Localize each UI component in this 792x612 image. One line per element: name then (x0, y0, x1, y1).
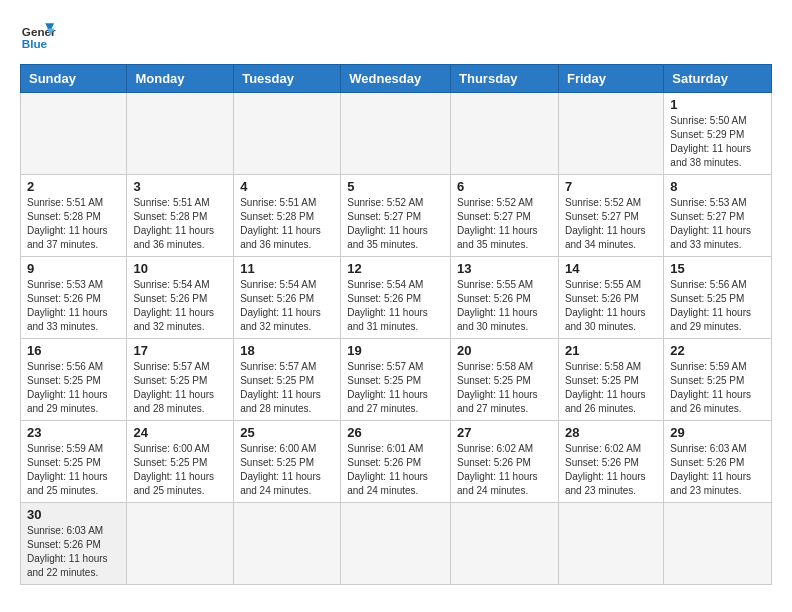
svg-text:Blue: Blue (22, 37, 48, 50)
day-number: 13 (457, 261, 552, 276)
day-number: 18 (240, 343, 334, 358)
day-info: Sunrise: 5:54 AMSunset: 5:26 PMDaylight:… (347, 278, 444, 334)
calendar-cell (451, 503, 559, 585)
calendar-cell: 12Sunrise: 5:54 AMSunset: 5:26 PMDayligh… (341, 257, 451, 339)
weekday-header-row: SundayMondayTuesdayWednesdayThursdayFrid… (21, 65, 772, 93)
calendar-cell: 11Sunrise: 5:54 AMSunset: 5:26 PMDayligh… (234, 257, 341, 339)
weekday-header-saturday: Saturday (664, 65, 772, 93)
calendar-cell: 26Sunrise: 6:01 AMSunset: 5:26 PMDayligh… (341, 421, 451, 503)
day-number: 7 (565, 179, 657, 194)
day-number: 3 (133, 179, 227, 194)
page-header: General Blue (20, 16, 772, 52)
calendar-cell: 20Sunrise: 5:58 AMSunset: 5:25 PMDayligh… (451, 339, 559, 421)
calendar-cell: 28Sunrise: 6:02 AMSunset: 5:26 PMDayligh… (558, 421, 663, 503)
day-number: 6 (457, 179, 552, 194)
day-number: 1 (670, 97, 765, 112)
weekday-header-wednesday: Wednesday (341, 65, 451, 93)
day-number: 27 (457, 425, 552, 440)
calendar-cell: 1Sunrise: 5:50 AMSunset: 5:29 PMDaylight… (664, 93, 772, 175)
calendar-cell: 25Sunrise: 6:00 AMSunset: 5:25 PMDayligh… (234, 421, 341, 503)
calendar-cell (234, 93, 341, 175)
day-number: 30 (27, 507, 120, 522)
calendar-cell: 18Sunrise: 5:57 AMSunset: 5:25 PMDayligh… (234, 339, 341, 421)
calendar-cell: 2Sunrise: 5:51 AMSunset: 5:28 PMDaylight… (21, 175, 127, 257)
calendar-cell (664, 503, 772, 585)
day-number: 2 (27, 179, 120, 194)
day-info: Sunrise: 5:50 AMSunset: 5:29 PMDaylight:… (670, 114, 765, 170)
calendar-cell: 10Sunrise: 5:54 AMSunset: 5:26 PMDayligh… (127, 257, 234, 339)
day-info: Sunrise: 5:57 AMSunset: 5:25 PMDaylight:… (133, 360, 227, 416)
week-row-3: 9Sunrise: 5:53 AMSunset: 5:26 PMDaylight… (21, 257, 772, 339)
calendar-cell: 13Sunrise: 5:55 AMSunset: 5:26 PMDayligh… (451, 257, 559, 339)
day-info: Sunrise: 5:51 AMSunset: 5:28 PMDaylight:… (240, 196, 334, 252)
day-info: Sunrise: 6:03 AMSunset: 5:26 PMDaylight:… (27, 524, 120, 580)
day-number: 26 (347, 425, 444, 440)
day-info: Sunrise: 5:51 AMSunset: 5:28 PMDaylight:… (133, 196, 227, 252)
weekday-header-friday: Friday (558, 65, 663, 93)
day-number: 17 (133, 343, 227, 358)
calendar-cell: 4Sunrise: 5:51 AMSunset: 5:28 PMDaylight… (234, 175, 341, 257)
day-info: Sunrise: 5:52 AMSunset: 5:27 PMDaylight:… (347, 196, 444, 252)
calendar-cell: 21Sunrise: 5:58 AMSunset: 5:25 PMDayligh… (558, 339, 663, 421)
day-info: Sunrise: 5:58 AMSunset: 5:25 PMDaylight:… (565, 360, 657, 416)
calendar-cell: 16Sunrise: 5:56 AMSunset: 5:25 PMDayligh… (21, 339, 127, 421)
day-info: Sunrise: 6:01 AMSunset: 5:26 PMDaylight:… (347, 442, 444, 498)
week-row-1: 1Sunrise: 5:50 AMSunset: 5:29 PMDaylight… (21, 93, 772, 175)
week-row-6: 30Sunrise: 6:03 AMSunset: 5:26 PMDayligh… (21, 503, 772, 585)
week-row-2: 2Sunrise: 5:51 AMSunset: 5:28 PMDaylight… (21, 175, 772, 257)
calendar-cell: 9Sunrise: 5:53 AMSunset: 5:26 PMDaylight… (21, 257, 127, 339)
calendar-cell: 6Sunrise: 5:52 AMSunset: 5:27 PMDaylight… (451, 175, 559, 257)
day-info: Sunrise: 5:59 AMSunset: 5:25 PMDaylight:… (670, 360, 765, 416)
weekday-header-tuesday: Tuesday (234, 65, 341, 93)
day-number: 23 (27, 425, 120, 440)
calendar-cell: 8Sunrise: 5:53 AMSunset: 5:27 PMDaylight… (664, 175, 772, 257)
day-info: Sunrise: 6:00 AMSunset: 5:25 PMDaylight:… (240, 442, 334, 498)
day-number: 14 (565, 261, 657, 276)
day-info: Sunrise: 5:57 AMSunset: 5:25 PMDaylight:… (347, 360, 444, 416)
day-info: Sunrise: 5:57 AMSunset: 5:25 PMDaylight:… (240, 360, 334, 416)
day-info: Sunrise: 6:03 AMSunset: 5:26 PMDaylight:… (670, 442, 765, 498)
day-number: 28 (565, 425, 657, 440)
calendar-cell: 19Sunrise: 5:57 AMSunset: 5:25 PMDayligh… (341, 339, 451, 421)
calendar-cell (341, 503, 451, 585)
day-info: Sunrise: 5:52 AMSunset: 5:27 PMDaylight:… (565, 196, 657, 252)
calendar-cell (341, 93, 451, 175)
day-number: 21 (565, 343, 657, 358)
day-info: Sunrise: 6:02 AMSunset: 5:26 PMDaylight:… (565, 442, 657, 498)
calendar-cell: 17Sunrise: 5:57 AMSunset: 5:25 PMDayligh… (127, 339, 234, 421)
calendar-cell (21, 93, 127, 175)
day-info: Sunrise: 5:53 AMSunset: 5:27 PMDaylight:… (670, 196, 765, 252)
day-info: Sunrise: 5:58 AMSunset: 5:25 PMDaylight:… (457, 360, 552, 416)
weekday-header-sunday: Sunday (21, 65, 127, 93)
day-info: Sunrise: 5:55 AMSunset: 5:26 PMDaylight:… (565, 278, 657, 334)
day-info: Sunrise: 5:53 AMSunset: 5:26 PMDaylight:… (27, 278, 120, 334)
calendar-cell: 3Sunrise: 5:51 AMSunset: 5:28 PMDaylight… (127, 175, 234, 257)
day-number: 29 (670, 425, 765, 440)
calendar-cell (558, 503, 663, 585)
day-info: Sunrise: 5:51 AMSunset: 5:28 PMDaylight:… (27, 196, 120, 252)
calendar-cell (127, 503, 234, 585)
calendar-cell: 7Sunrise: 5:52 AMSunset: 5:27 PMDaylight… (558, 175, 663, 257)
day-info: Sunrise: 5:59 AMSunset: 5:25 PMDaylight:… (27, 442, 120, 498)
calendar: SundayMondayTuesdayWednesdayThursdayFrid… (20, 64, 772, 585)
calendar-cell (234, 503, 341, 585)
day-info: Sunrise: 5:54 AMSunset: 5:26 PMDaylight:… (240, 278, 334, 334)
calendar-cell: 22Sunrise: 5:59 AMSunset: 5:25 PMDayligh… (664, 339, 772, 421)
day-number: 24 (133, 425, 227, 440)
calendar-cell: 23Sunrise: 5:59 AMSunset: 5:25 PMDayligh… (21, 421, 127, 503)
day-number: 20 (457, 343, 552, 358)
calendar-cell: 24Sunrise: 6:00 AMSunset: 5:25 PMDayligh… (127, 421, 234, 503)
day-number: 16 (27, 343, 120, 358)
calendar-cell: 14Sunrise: 5:55 AMSunset: 5:26 PMDayligh… (558, 257, 663, 339)
day-number: 25 (240, 425, 334, 440)
day-number: 10 (133, 261, 227, 276)
week-row-5: 23Sunrise: 5:59 AMSunset: 5:25 PMDayligh… (21, 421, 772, 503)
day-info: Sunrise: 5:54 AMSunset: 5:26 PMDaylight:… (133, 278, 227, 334)
day-info: Sunrise: 5:56 AMSunset: 5:25 PMDaylight:… (27, 360, 120, 416)
calendar-cell (127, 93, 234, 175)
week-row-4: 16Sunrise: 5:56 AMSunset: 5:25 PMDayligh… (21, 339, 772, 421)
day-number: 8 (670, 179, 765, 194)
day-number: 22 (670, 343, 765, 358)
logo-icon: General Blue (20, 16, 56, 52)
day-info: Sunrise: 6:02 AMSunset: 5:26 PMDaylight:… (457, 442, 552, 498)
